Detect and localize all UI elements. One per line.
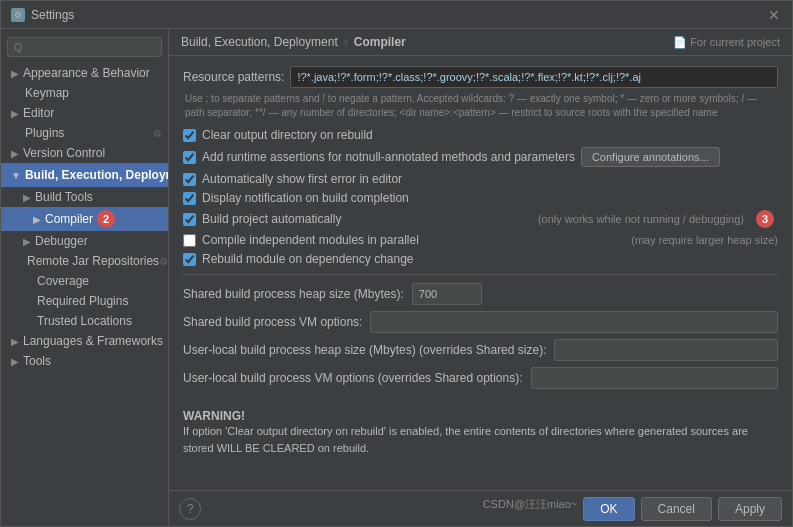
sidebar-item-version-control[interactable]: ▶ Version Control — [1, 143, 168, 163]
right-panel: Build, Execution, Deployment › Compiler … — [169, 29, 792, 526]
cancel-button[interactable]: Cancel — [641, 497, 712, 521]
watermark: CSDN@汪汪miao~ — [483, 497, 578, 521]
content-area: Resource patterns: Use ; to separate pat… — [169, 56, 792, 490]
sidebar-item-label: Languages & Frameworks — [23, 334, 163, 348]
sidebar-item-build-exec[interactable]: ▼ Build, Execution, Deployment 1 — [1, 163, 168, 187]
sidebar-item-appearance[interactable]: ▶ Appearance & Behavior — [1, 63, 168, 83]
user-heap-input[interactable] — [554, 339, 778, 361]
sidebar-item-label: Appearance & Behavior — [23, 66, 150, 80]
close-button[interactable]: ✕ — [768, 8, 782, 22]
vm-options-row: Shared build process VM options: — [183, 311, 778, 333]
vm-label: Shared build process VM options: — [183, 315, 362, 329]
heap-label: Shared build process heap size (Mbytes): — [183, 287, 404, 301]
user-vm-input[interactable] — [531, 367, 779, 389]
gear-icon: ⚙ — [153, 128, 162, 139]
arrow-icon: ▶ — [23, 236, 31, 247]
sidebar-item-tools[interactable]: ▶ Tools — [1, 351, 168, 371]
breadcrumb-project: 📄 For current project — [673, 36, 780, 49]
breadcrumb-bar: Build, Execution, Deployment › Compiler … — [169, 29, 792, 56]
checkbox-row-runtime: Add runtime assertions for notnull-annot… — [183, 147, 778, 167]
sidebar-item-languages[interactable]: ▶ Languages & Frameworks — [1, 331, 168, 351]
sidebar-item-plugins[interactable]: Plugins ⚙ — [1, 123, 168, 143]
sidebar-item-editor[interactable]: ▶ Editor — [1, 103, 168, 123]
divider — [183, 274, 778, 275]
user-heap-label: User-local build process heap size (Mbyt… — [183, 343, 546, 357]
resource-help-text: Use ; to separate patterns and ! to nega… — [183, 92, 778, 120]
help-button[interactable]: ? — [179, 498, 201, 520]
breadcrumb-separator: › — [344, 35, 348, 49]
build-auto-hint: (only works while not running / debuggin… — [538, 213, 744, 225]
checkbox-row-rebuild-dependency: Rebuild module on dependency change — [183, 252, 778, 266]
bottom-actions: CSDN@汪汪miao~ OK Cancel Apply — [483, 497, 782, 521]
gear-icon: ⚙ — [159, 256, 168, 267]
sidebar-item-label: Version Control — [23, 146, 105, 160]
compile-parallel-label: Compile independent modules in parallel — [202, 233, 419, 247]
sidebar-item-keymap[interactable]: Keymap — [1, 83, 168, 103]
arrow-icon: ▶ — [33, 214, 41, 225]
build-auto-checkbox[interactable] — [183, 213, 196, 226]
checkbox-row-notification: Display notification on build completion — [183, 191, 778, 205]
display-notification-label: Display notification on build completion — [202, 191, 409, 205]
sidebar-item-build-tools[interactable]: ▶ Build Tools — [1, 187, 168, 207]
ok-button[interactable]: OK — [583, 497, 634, 521]
rebuild-dependency-checkbox[interactable] — [183, 253, 196, 266]
warning-title: WARNING! — [183, 409, 778, 423]
settings-window: ⚙ Settings ✕ ▶ Appearance & Behavior Key… — [0, 0, 793, 527]
sidebar-item-label: Coverage — [37, 274, 89, 288]
project-label: For current project — [690, 36, 780, 48]
resource-patterns-label: Resource patterns: — [183, 70, 284, 84]
warning-text: If option 'Clear output directory on reb… — [183, 423, 778, 456]
breadcrumb-parent: Build, Execution, Deployment — [181, 35, 338, 49]
clear-output-checkbox[interactable] — [183, 129, 196, 142]
bottom-bar: ? CSDN@汪汪miao~ OK Cancel Apply — [169, 490, 792, 526]
sidebar-item-label: Compiler — [45, 212, 93, 226]
checkbox-row-first-error: Automatically show first error in editor — [183, 172, 778, 186]
main-content: ▶ Appearance & Behavior Keymap ▶ Editor … — [1, 29, 792, 526]
user-heap-row: User-local build process heap size (Mbyt… — [183, 339, 778, 361]
resource-patterns-row: Resource patterns: — [183, 66, 778, 88]
title-bar-left: ⚙ Settings — [11, 8, 74, 22]
arrow-icon: ▶ — [23, 192, 31, 203]
arrow-icon: ▶ — [11, 336, 19, 347]
search-input[interactable] — [7, 37, 162, 57]
rebuild-dependency-label: Rebuild module on dependency change — [202, 252, 414, 266]
display-notification-checkbox[interactable] — [183, 192, 196, 205]
sidebar: ▶ Appearance & Behavior Keymap ▶ Editor … — [1, 29, 169, 526]
sidebar-item-debugger[interactable]: ▶ Debugger — [1, 231, 168, 251]
sidebar-item-label: Remote Jar Repositories — [27, 254, 159, 268]
show-first-error-checkbox[interactable] — [183, 173, 196, 186]
sidebar-item-label: Build Tools — [35, 190, 93, 204]
sidebar-item-trusted-locations[interactable]: Trusted Locations — [1, 311, 168, 331]
resource-patterns-input[interactable] — [290, 66, 778, 88]
user-vm-label: User-local build process VM options (ove… — [183, 371, 523, 385]
sidebar-item-required-plugins[interactable]: Required Plugins — [1, 291, 168, 311]
configure-annotations-button[interactable]: Configure annotations... — [581, 147, 720, 167]
vm-input[interactable] — [370, 311, 778, 333]
sidebar-item-remote-jar[interactable]: Remote Jar Repositories ⚙ — [1, 251, 168, 271]
arrow-icon: ▼ — [11, 170, 21, 181]
sidebar-item-label: Keymap — [25, 86, 69, 100]
arrow-icon: ▶ — [11, 356, 19, 367]
sidebar-item-label: Required Plugins — [37, 294, 128, 308]
title-bar: ⚙ Settings ✕ — [1, 1, 792, 29]
runtime-assertions-label: Add runtime assertions for notnull-annot… — [202, 150, 575, 164]
settings-icon: ⚙ — [11, 8, 25, 22]
compile-parallel-checkbox[interactable] — [183, 234, 196, 247]
clear-output-label: Clear output directory on rebuild — [202, 128, 373, 142]
sidebar-item-label: Build, Execution, Deployment — [25, 168, 169, 182]
apply-button[interactable]: Apply — [718, 497, 782, 521]
runtime-assertions-checkbox[interactable] — [183, 151, 196, 164]
project-icon: 📄 — [673, 36, 687, 49]
badge-2: 2 — [97, 210, 119, 228]
warning-section: WARNING! If option 'Clear output directo… — [183, 399, 778, 460]
compile-parallel-hint: (may require larger heap size) — [631, 234, 778, 246]
checkbox-row-compile-parallel: Compile independent modules in parallel … — [183, 233, 778, 247]
build-auto-label: Build project automatically — [202, 212, 341, 226]
sidebar-item-compiler[interactable]: ▶ Compiler 2 — [1, 207, 168, 231]
heap-input[interactable] — [412, 283, 482, 305]
show-first-error-label: Automatically show first error in editor — [202, 172, 402, 186]
sidebar-item-label: Trusted Locations — [37, 314, 132, 328]
checkbox-row-build-auto: Build project automatically (only works … — [183, 210, 778, 228]
sidebar-item-coverage[interactable]: Coverage — [1, 271, 168, 291]
window-title: Settings — [31, 8, 74, 22]
